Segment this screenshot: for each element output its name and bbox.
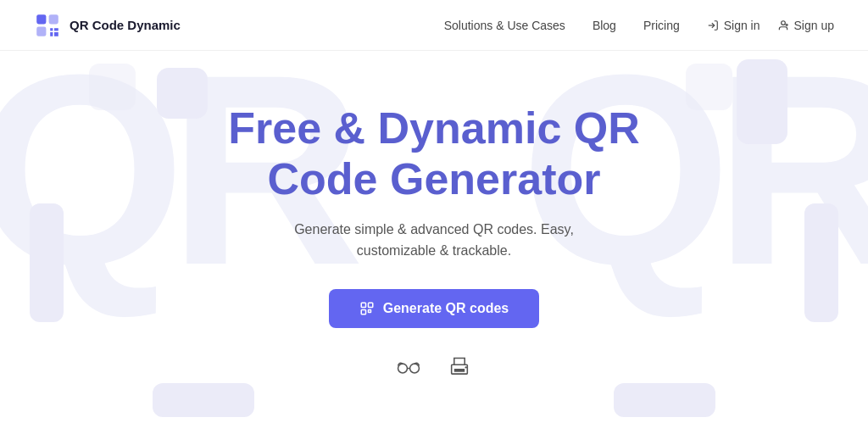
nav-blog[interactable]: Blog <box>593 19 616 32</box>
logo[interactable]: QR Code Dynamic <box>34 12 181 39</box>
svg-rect-0 <box>36 14 46 24</box>
svg-rect-14 <box>368 309 370 312</box>
svg-point-15 <box>398 364 408 373</box>
svg-point-19 <box>465 366 467 368</box>
svg-rect-4 <box>54 28 58 31</box>
svg-point-8 <box>781 20 785 25</box>
svg-rect-13 <box>361 309 365 314</box>
svg-rect-1 <box>49 14 58 24</box>
svg-rect-12 <box>368 303 372 307</box>
hero-title: Free & Dynamic QR Code Generator <box>228 103 640 205</box>
glasses-icon <box>397 355 420 381</box>
nav-pricing[interactable]: Pricing <box>643 19 680 32</box>
feature-icons <box>397 355 471 381</box>
signin-link[interactable]: Sign in <box>707 19 760 32</box>
svg-rect-11 <box>361 303 365 307</box>
signin-icon <box>707 19 719 31</box>
nav-auth: Sign in Sign up <box>707 19 834 32</box>
svg-rect-18 <box>454 369 465 372</box>
navigation: QR Code Dynamic Solutions & Use Cases Bl… <box>0 0 868 51</box>
nav-solutions[interactable]: Solutions & Use Cases <box>444 19 565 32</box>
hero-subtitle: Generate simple & advanced QR codes. Eas… <box>281 219 587 262</box>
svg-rect-6 <box>54 32 58 36</box>
svg-point-16 <box>410 364 420 373</box>
signup-link[interactable]: Sign up <box>777 19 834 32</box>
generate-qr-button[interactable]: Generate QR codes <box>329 289 540 328</box>
nav-links: Solutions & Use Cases Blog Pricing <box>444 18 680 33</box>
signup-icon <box>777 19 789 31</box>
qr-grid-icon <box>359 301 375 316</box>
print-icon <box>448 355 471 381</box>
svg-rect-5 <box>50 32 53 36</box>
logo-icon <box>34 12 61 39</box>
logo-text: QR Code Dynamic <box>70 18 181 32</box>
hero-section: Free & Dynamic QR Code Generator Generat… <box>0 51 868 434</box>
svg-rect-2 <box>36 26 46 36</box>
svg-rect-3 <box>50 28 53 31</box>
